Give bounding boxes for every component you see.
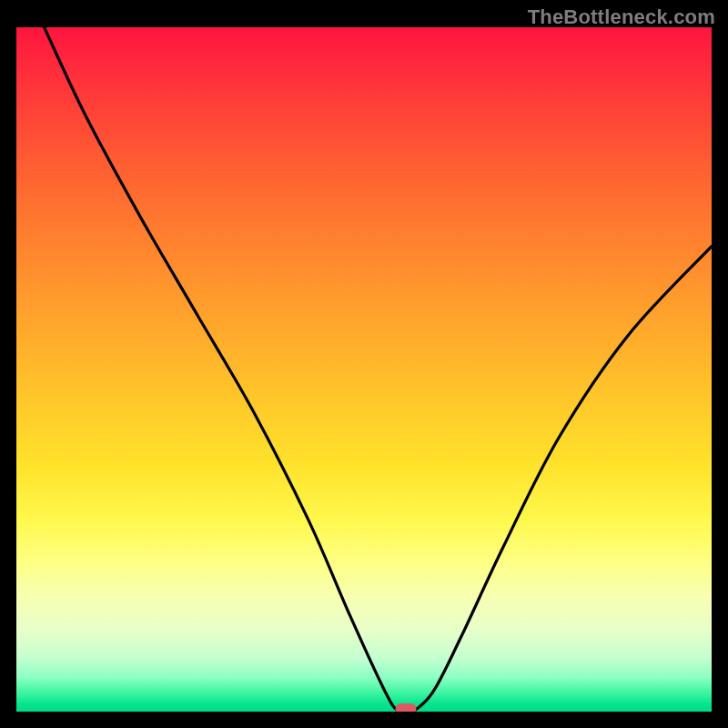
plot-area: [16, 27, 712, 712]
bottleneck-marker: [395, 703, 416, 712]
chart-frame: TheBottleneck.com: [0, 0, 728, 728]
watermark-text: TheBottleneck.com: [528, 5, 715, 29]
bottleneck-curve: [45, 27, 712, 712]
curve-svg: [16, 27, 712, 712]
